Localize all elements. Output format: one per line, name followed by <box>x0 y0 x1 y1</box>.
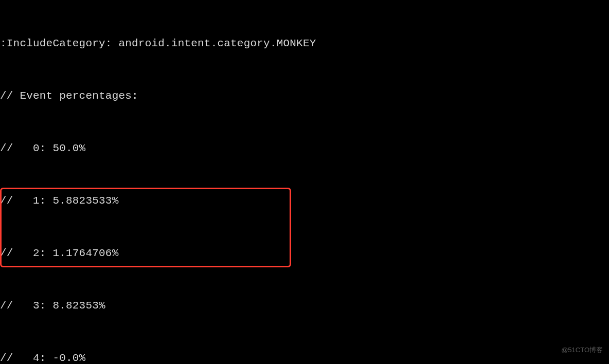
log-line-include-category: :IncludeCategory: android.intent.categor… <box>0 35 609 52</box>
log-line-pct-2: // 2: 1.1764706% <box>0 245 609 262</box>
log-line-pct-3: // 3: 8.82353% <box>0 297 609 315</box>
watermark-label: @51CTO博客 <box>561 341 603 359</box>
log-line-pct-4: // 4: -0.0% <box>0 350 609 364</box>
log-line-pct-0: // 0: 50.0% <box>0 140 609 157</box>
log-line-event-percentages-header: // Event percentages: <box>0 87 609 105</box>
log-line-pct-1: // 1: 5.8823533% <box>0 192 609 210</box>
terminal-output: :IncludeCategory: android.intent.categor… <box>0 0 609 364</box>
